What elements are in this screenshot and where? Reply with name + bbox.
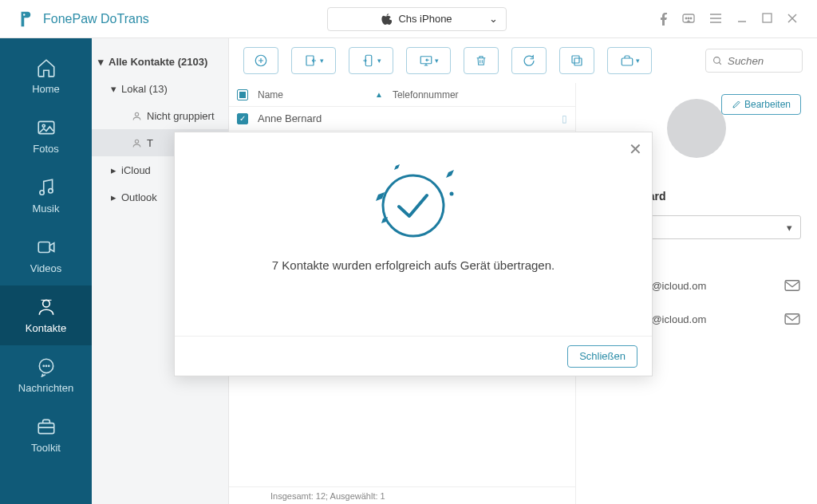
caret-down-icon: ▾ [111, 83, 116, 95]
refresh-icon [522, 53, 536, 68]
maximize-icon[interactable] [762, 13, 772, 23]
status-text: Insgesamt: 12; Ausgewählt: 1 [270, 491, 385, 501]
music-icon [36, 177, 57, 198]
search-icon [712, 56, 723, 66]
delete-button[interactable] [464, 47, 499, 74]
nav-photos[interactable]: Fotos [0, 106, 92, 166]
nav-music[interactable]: Musik [0, 166, 92, 226]
logo-area: FonePaw DoTrans [0, 10, 223, 28]
svg-rect-10 [38, 242, 49, 253]
nav-messages[interactable]: Nachrichten [0, 345, 92, 405]
briefcase-icon [620, 53, 634, 68]
svg-rect-5 [763, 14, 772, 22]
svg-point-13 [43, 365, 44, 366]
sidebar: Home Fotos Musik Videos Kontakte Nachric… [0, 38, 92, 504]
menu-icon[interactable] [709, 13, 722, 24]
svg-point-8 [39, 191, 43, 195]
video-icon [36, 237, 57, 258]
device-selector[interactable]: Chs iPhone ⌄ [327, 7, 507, 31]
svg-point-15 [48, 365, 49, 366]
photo-icon [36, 117, 57, 138]
nav-label: Kontakte [26, 322, 66, 334]
person-icon [132, 138, 142, 148]
caret-down-icon: ▾ [98, 56, 104, 68]
nav-videos[interactable]: Videos [0, 226, 92, 285]
nav-label: Nachrichten [18, 382, 73, 394]
import-button[interactable]: ▾ [291, 47, 336, 74]
window-controls [660, 13, 817, 26]
svg-rect-24 [574, 58, 582, 65]
messages-icon [36, 356, 57, 377]
svg-rect-28 [785, 314, 799, 324]
minimize-icon[interactable] [736, 13, 748, 24]
toolbox-button[interactable]: ▾ [607, 47, 652, 74]
column-phone[interactable]: Telefonnummer [393, 89, 459, 100]
nav-label: Fotos [33, 143, 59, 155]
success-check-icon [357, 156, 469, 244]
search-input[interactable] [728, 55, 791, 67]
chevron-down-icon: ▾ [377, 57, 381, 65]
nav-toolkit[interactable]: Toolkit [0, 405, 92, 465]
modal-message: 7 Kontakte wurden erfolgreich aufs Gerät… [175, 258, 652, 272]
svg-rect-25 [622, 58, 633, 65]
select-all-checkbox[interactable] [237, 89, 248, 100]
svg-point-3 [688, 18, 689, 19]
chevron-down-icon: ▾ [320, 57, 324, 65]
close-icon[interactable] [787, 13, 798, 24]
feedback-icon[interactable] [682, 13, 695, 26]
tree-root[interactable]: ▾ Alle Kontakte (2103) [92, 48, 228, 75]
nav-label: Videos [30, 262, 62, 274]
chevron-down-icon: ▾ [636, 57, 640, 65]
svg-rect-23 [572, 56, 579, 63]
tree-label: Lokal (13) [121, 83, 168, 95]
nav-label: Musik [33, 203, 60, 215]
tree-local[interactable]: ▾ Lokal (13) [92, 75, 228, 102]
apple-icon [381, 14, 392, 25]
duplicate-icon [570, 53, 584, 68]
person-icon [132, 111, 142, 121]
chevron-down-icon: ⌄ [489, 13, 498, 25]
caret-right-icon: ▸ [111, 191, 116, 203]
svg-point-29 [383, 175, 444, 236]
tree-label: T [147, 137, 153, 149]
row-checkbox[interactable] [237, 113, 248, 124]
app-title: FonePaw DoTrans [43, 12, 149, 26]
facebook-icon[interactable] [660, 13, 668, 26]
nav-contacts[interactable]: Kontakte [0, 285, 92, 345]
modal-footer: Schließen [175, 336, 652, 376]
add-button[interactable] [243, 47, 278, 74]
plus-circle-icon [254, 53, 268, 68]
mail-icon[interactable] [783, 313, 801, 325]
modal-close-icon[interactable]: ✕ [629, 140, 642, 159]
dedupe-button[interactable] [559, 47, 594, 74]
svg-point-4 [690, 18, 692, 19]
home-icon [36, 57, 57, 78]
modal-close-button[interactable]: Schließen [567, 345, 637, 368]
chevron-down-icon: ▾ [787, 222, 792, 234]
export-to-pc-button[interactable]: ▾ [406, 47, 451, 74]
nav-home[interactable]: Home [0, 46, 92, 106]
chevron-down-icon: ▾ [435, 57, 439, 65]
sort-indicator-icon: ▲ [375, 90, 383, 99]
edit-label: Bearbeiten [744, 99, 791, 110]
svg-point-18 [135, 140, 138, 143]
list-header: Name ▲ Telefonnummer [229, 83, 575, 107]
svg-point-11 [42, 300, 49, 307]
phone-device-icon: ▯ [562, 113, 567, 124]
row-name: Anne Bernard [258, 112, 365, 124]
edit-button[interactable]: Bearbeiten [721, 94, 801, 115]
phone-export-icon [361, 53, 376, 68]
svg-point-14 [45, 365, 46, 366]
contacts-icon [36, 297, 57, 317]
svg-point-7 [42, 124, 45, 127]
trash-icon [475, 53, 487, 68]
column-name[interactable]: Name [258, 89, 365, 100]
list-item[interactable]: Anne Bernard ▯ [229, 107, 575, 131]
pc-export-icon [419, 53, 433, 68]
export-to-device-button[interactable]: ▾ [349, 47, 393, 74]
mail-icon[interactable] [783, 279, 801, 292]
tree-ungrouped[interactable]: Nicht gruppiert [92, 102, 228, 129]
svg-point-17 [135, 112, 138, 116]
search-box[interactable] [705, 49, 803, 73]
refresh-button[interactable] [511, 47, 547, 74]
